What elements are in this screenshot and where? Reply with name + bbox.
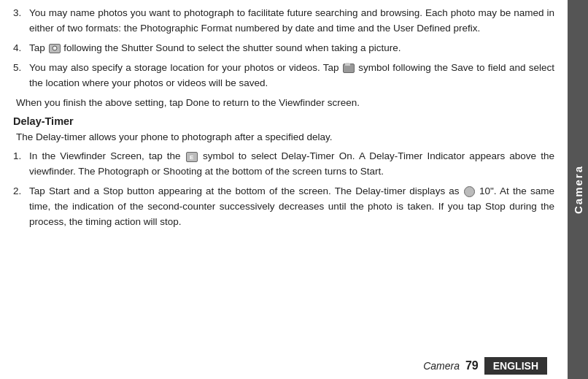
footer-page-number: 79 xyxy=(465,359,479,372)
tap-text-pre: Tap xyxy=(29,42,48,53)
when-note: When you finish the above setting, tap D… xyxy=(13,96,554,111)
delay-item-1: 1. In the Viewfinder Screen, tap the E s… xyxy=(13,149,554,180)
delay-list: 1. In the Viewfinder Screen, tap the E s… xyxy=(13,149,554,230)
list-num-4: 4. xyxy=(13,41,29,55)
section-heading: Delay-Timer xyxy=(13,115,554,127)
content-area: 3. You may name photos you want to photo… xyxy=(0,0,568,379)
delay-num-1: 1. xyxy=(13,149,29,164)
main-list: 3. You may name photos you want to photo… xyxy=(13,6,554,91)
tap-text-post-4: following the Shutter Sound to select th… xyxy=(63,42,401,53)
list-item-5: 5. You may also specify a storage locati… xyxy=(13,61,554,91)
shutter-icon xyxy=(49,44,61,53)
side-tab: Camera xyxy=(568,0,588,379)
footer: Camera 79 ENGLISH xyxy=(0,353,547,379)
footer-language: ENGLISH xyxy=(484,357,547,375)
delay-num-2: 2. xyxy=(13,184,29,199)
delay-icon: E xyxy=(186,152,198,162)
delay-content-1: In the Viewfinder Screen, tap the E symb… xyxy=(29,149,554,180)
list-item-3: 3. You may name photos you want to photo… xyxy=(13,6,554,37)
list-content-4: Tap following the Shutter Sound to selec… xyxy=(29,41,554,56)
delay-text-pre-1: In the Viewfinder Screen, tap the xyxy=(29,150,185,161)
footer-camera-label: Camera xyxy=(423,360,460,372)
section-desc: The Delay-timer allows your phone to pho… xyxy=(13,130,554,145)
page-container: 3. You may name photos you want to photo… xyxy=(0,0,588,379)
text-pre-5: You may also specify a storage location … xyxy=(29,62,342,73)
folder-icon xyxy=(343,64,355,73)
list-content-5: You may also specify a storage location … xyxy=(29,61,554,91)
timer-icon xyxy=(464,186,475,197)
list-num-3: 3. xyxy=(13,6,29,20)
delay-content-2: Tap Start and a Stop button appearing at… xyxy=(29,184,554,230)
list-item-4: 4. Tap following the Shutter Sound to se… xyxy=(13,41,554,56)
delay-text-pre-2: Tap Start and a Stop button appearing at… xyxy=(29,185,463,196)
delay-item-2: 2. Tap Start and a Stop button appearing… xyxy=(13,184,554,230)
list-content-3: You may name photos you want to photogra… xyxy=(29,6,554,37)
list-num-5: 5. xyxy=(13,61,29,75)
